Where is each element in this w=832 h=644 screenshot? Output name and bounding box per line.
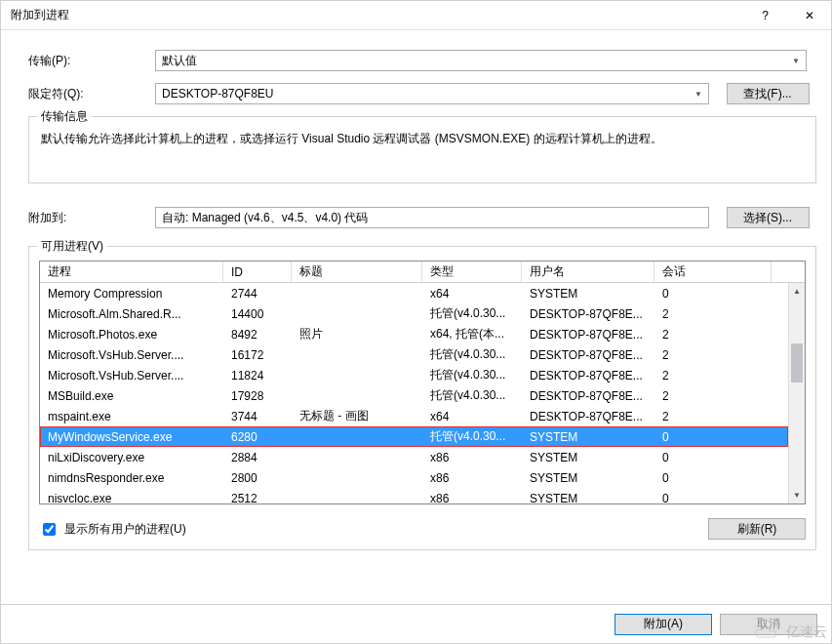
cell-user: DESKTOP-87QF8E... <box>522 410 654 423</box>
cell-id: 17928 <box>223 389 292 403</box>
cell-process: mspaint.exe <box>40 410 223 423</box>
cell-type: 托管(v4.0.30... <box>422 346 522 363</box>
table-row[interactable]: niLxiDiscovery.exe2884x86SYSTEM0 <box>40 447 805 467</box>
watermark: 亿速云 <box>753 624 827 641</box>
cell-id: 3744 <box>223 410 292 423</box>
cell-type: x86 <box>422 471 522 485</box>
cell-user: SYSTEM <box>522 451 654 464</box>
table-row[interactable]: nimdnsResponder.exe2800x86SYSTEM0 <box>40 467 805 488</box>
cell-user: DESKTOP-87QF8E... <box>522 369 654 382</box>
transport-info-text: 默认传输允许选择此计算机上的进程，或选择运行 Visual Studio 远程调… <box>41 131 804 147</box>
col-id[interactable]: ID <box>223 262 292 282</box>
process-grid[interactable]: 进程 ID 标题 类型 用户名 会话 Memory Compression274… <box>39 261 806 504</box>
chevron-down-icon: ▼ <box>694 90 702 99</box>
cell-session: 2 <box>654 369 772 382</box>
cell-type: 托管(v4.0.30... <box>422 428 522 445</box>
cell-user: DESKTOP-87QF8E... <box>522 348 654 362</box>
cell-process: Microsoft.Alm.Shared.R... <box>40 307 223 321</box>
qualifier-label: 限定符(Q): <box>28 86 155 102</box>
cell-user: DESKTOP-87QF8E... <box>522 389 654 403</box>
transport-info-legend: 传输信息 <box>37 108 92 125</box>
qualifier-combobox[interactable]: DESKTOP-87QF8EU ▼ <box>155 83 709 104</box>
cell-id: 11824 <box>223 369 292 382</box>
show-all-users-label: 显示所有用户的进程(U) <box>64 521 186 538</box>
find-button[interactable]: 查找(F)... <box>727 83 810 104</box>
cell-id: 2512 <box>223 492 292 504</box>
cell-id: 14400 <box>223 307 292 321</box>
col-session[interactable]: 会话 <box>654 262 772 282</box>
table-row[interactable]: MSBuild.exe17928托管(v4.0.30...DESKTOP-87Q… <box>40 385 805 406</box>
cell-title: 无标题 - 画图 <box>292 408 422 424</box>
cell-session: 2 <box>654 328 772 342</box>
transport-value: 默认值 <box>162 53 197 69</box>
scroll-up-icon[interactable]: ▲ <box>789 283 805 300</box>
cell-id: 2744 <box>223 287 292 301</box>
cell-process: nimdnsResponder.exe <box>40 471 223 485</box>
select-button[interactable]: 选择(S)... <box>727 207 810 228</box>
transport-label: 传输(P): <box>28 53 155 69</box>
cell-process: Microsoft.Photos.exe <box>40 328 223 342</box>
table-row[interactable]: Microsoft.VsHub.Server....16172托管(v4.0.3… <box>40 344 805 365</box>
col-user[interactable]: 用户名 <box>522 262 654 282</box>
cell-id: 16172 <box>223 348 292 362</box>
table-row[interactable]: Microsoft.VsHub.Server....11824托管(v4.0.3… <box>40 365 805 385</box>
cell-type: 托管(v4.0.30... <box>422 305 522 322</box>
attach-to-label: 附加到: <box>28 210 155 226</box>
cell-user: DESKTOP-87QF8E... <box>522 328 654 342</box>
attach-to-value-box: 自动: Managed (v4.6、v4.5、v4.0) 代码 <box>155 207 709 228</box>
transport-info-group: 传输信息 默认传输允许选择此计算机上的进程，或选择运行 Visual Studi… <box>28 116 816 183</box>
cell-type: 托管(v4.0.30... <box>422 367 522 383</box>
help-button[interactable]: ? <box>743 1 787 29</box>
dialog-button-bar: 附加(A) 取消 <box>1 604 831 643</box>
attach-button[interactable]: 附加(A) <box>614 614 712 635</box>
cell-process: niLxiDiscovery.exe <box>40 451 223 464</box>
cell-type: x64 <box>422 410 522 423</box>
cell-id: 8492 <box>223 328 292 342</box>
transport-dropdown[interactable]: 默认值 ▼ <box>155 50 807 71</box>
cell-id: 6280 <box>223 430 292 444</box>
cell-session: 2 <box>654 389 772 403</box>
cell-type: x64 <box>422 287 522 301</box>
table-row[interactable]: Microsoft.Alm.Shared.R...14400托管(v4.0.30… <box>40 303 805 324</box>
cell-user: DESKTOP-87QF8E... <box>522 307 654 321</box>
cell-user: SYSTEM <box>522 430 654 444</box>
table-row[interactable]: nisvcloc.exe2512x86SYSTEM0 <box>40 488 805 503</box>
cell-type: 托管(v4.0.30... <box>422 387 522 404</box>
cell-session: 2 <box>654 307 772 321</box>
grid-body[interactable]: Memory Compression2744x64SYSTEM0Microsof… <box>40 283 805 503</box>
attach-to-value: 自动: Managed (v4.6、v4.5、v4.0) 代码 <box>162 210 368 226</box>
scroll-down-icon[interactable]: ▼ <box>789 487 805 503</box>
scroll-thumb[interactable] <box>791 343 803 382</box>
col-title[interactable]: 标题 <box>292 262 422 282</box>
table-row[interactable]: MyWindowsService.exe6280托管(v4.0.30...SYS… <box>40 426 805 447</box>
col-type[interactable]: 类型 <box>422 262 522 282</box>
cell-process: Microsoft.VsHub.Server.... <box>40 348 223 362</box>
cell-process: Microsoft.VsHub.Server.... <box>40 369 223 382</box>
col-process[interactable]: 进程 <box>40 262 223 282</box>
vertical-scrollbar[interactable]: ▲ ▼ <box>788 283 805 503</box>
cell-process: Memory Compression <box>40 287 223 301</box>
cell-user: SYSTEM <box>522 471 654 485</box>
table-row[interactable]: Memory Compression2744x64SYSTEM0 <box>40 283 805 303</box>
cell-session: 0 <box>654 430 772 444</box>
cell-id: 2800 <box>223 471 292 485</box>
cell-process: MSBuild.exe <box>40 389 223 403</box>
show-all-users-input[interactable] <box>43 523 56 536</box>
cell-session: 0 <box>654 471 772 485</box>
cell-user: SYSTEM <box>522 287 654 301</box>
show-all-users-checkbox[interactable]: 显示所有用户的进程(U) <box>39 520 186 539</box>
cell-user: SYSTEM <box>522 492 654 504</box>
cell-session: 2 <box>654 348 772 362</box>
available-processes-legend: 可用进程(V) <box>37 238 107 255</box>
table-row[interactable]: Microsoft.Photos.exe8492照片x64, 托管(本...DE… <box>40 324 805 344</box>
cell-process: MyWindowsService.exe <box>40 430 223 444</box>
cell-type: x86 <box>422 451 522 464</box>
chevron-down-icon: ▼ <box>792 57 800 65</box>
cloud-icon <box>753 624 782 641</box>
table-row[interactable]: mspaint.exe3744无标题 - 画图x64DESKTOP-87QF8E… <box>40 406 805 426</box>
close-button[interactable]: ✕ <box>787 1 831 29</box>
refresh-button[interactable]: 刷新(R) <box>708 518 806 540</box>
cell-session: 0 <box>654 451 772 464</box>
cell-session: 0 <box>654 492 772 504</box>
cell-title: 照片 <box>292 326 422 342</box>
